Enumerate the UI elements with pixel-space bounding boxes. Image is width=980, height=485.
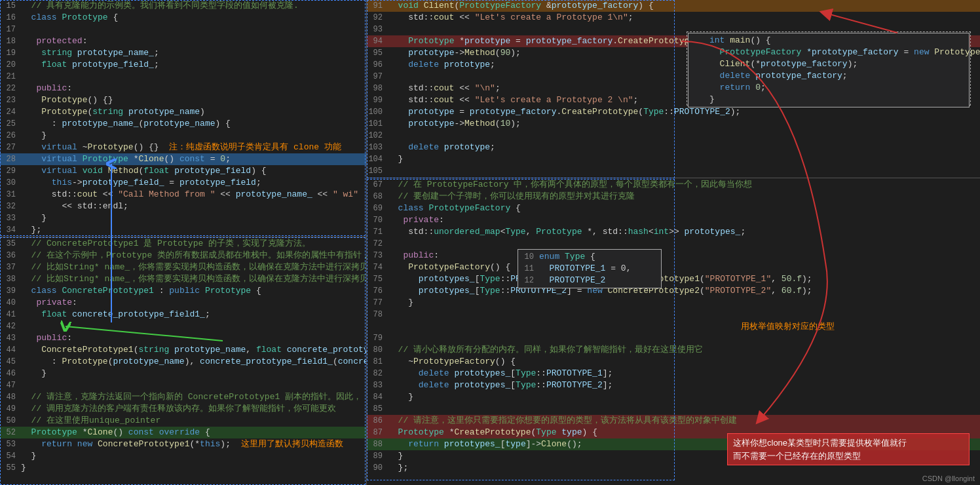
code-line-103: 103 delete prototype;	[367, 142, 980, 153]
code-line-104: 104 }	[367, 153, 980, 165]
code-line-43: 43 public:	[0, 332, 366, 344]
popup-line-1: int main() {	[688, 35, 969, 47]
popup-line-6: }	[688, 94, 969, 106]
main-container: 15 // 具有克隆能力的示例类。我们将看到不同类型字段的值如何被克隆. 16 …	[0, 0, 980, 485]
code-line-38: 38 // 比如String* name_，你将需要实现拷贝构造函数，以确保在克…	[0, 273, 366, 285]
code-line-79: 79	[367, 332, 980, 344]
code-line-34: 34 };	[0, 224, 366, 236]
code-line-31: 31 std::cout << "Call Method from " << p…	[0, 189, 366, 201]
code-line-33: 33 }	[0, 212, 366, 224]
code-line-35: 35 // ConcretePrototype1 是 Prototype 的子类…	[0, 238, 366, 250]
code-line-48: 48 // 请注意，克隆方法返回一个指向新的 ConcretePrototype…	[0, 391, 366, 403]
code-line-37: 37 // 比如String* name_，你将需要实现拷贝构造函数，以确保在克…	[0, 262, 366, 273]
code-line-16: 16 class Prototype {	[0, 12, 366, 24]
code-line-30: 30 this->prototype_field_ = prototype_fi…	[0, 177, 366, 189]
code-line-50: 50 // 在这里使用unique_pointer	[0, 415, 366, 427]
code-line-26: 26 }	[0, 130, 366, 142]
code-line-45: 45 : Prototype(prototype_name), concrete…	[0, 356, 366, 368]
code-line-72: 72	[367, 238, 980, 250]
code-line-23: 23 Prototype() {}	[0, 94, 366, 106]
code-line-83: 83 delete prototypes_[Type::PROTOTYPE_2]…	[367, 379, 980, 391]
code-line-18: 18 protected:	[0, 35, 366, 47]
code-line-36: 36 // 在这个示例中，Prototype 类的所有数据成员都在堆栈中。如果你…	[0, 250, 366, 262]
code-line-53: 53 return new ConcretePrototype1(*this);…	[0, 438, 366, 450]
code-line-42: 42	[0, 320, 366, 332]
code-line-81: 81 ~PrototypeFactory() {	[367, 356, 980, 368]
code-line-78: 78	[367, 309, 980, 320]
right-code-pane: 91 void Client(PrototypeFactory &prototy…	[367, 0, 980, 485]
code-line-39: 39 class ConcretePrototype1 : public Pro…	[0, 285, 366, 297]
code-line-101: 101 prototype->Method(10);	[367, 118, 980, 130]
code-line-44: 44 ConcretePrototype1(string prototype_n…	[0, 344, 366, 356]
code-line-67: 67 // 在 PrototypeFactory 中，你有两个具体的原型，每个原…	[367, 179, 980, 191]
code-line-69: 69 class PrototypeFactory {	[367, 203, 980, 214]
code-line-74: 74 PrototypeFactory() {	[367, 262, 980, 273]
code-line-86: 86 // 请注意，这里你只需要指定你想要的原型的类型，该方法将从具有该类型的对…	[367, 415, 980, 427]
code-line-27: 27 virtual ~Prototype() {} 注：纯虚函数说明子类肯定具…	[0, 142, 366, 153]
code-line-29: 29 virtual void Method(float prototype_f…	[0, 165, 366, 177]
code-line-105: 105	[367, 165, 980, 177]
code-line-28: 28 virtual Prototype *Clone() const = 0;	[0, 153, 366, 165]
code-line-77: 77 }	[367, 297, 980, 309]
code-line-84: 84 }	[367, 391, 980, 403]
code-line-82: 82 delete prototypes_[Type::PROTOTYPE_1]…	[367, 368, 980, 379]
code-line-22: 22 public:	[0, 83, 366, 94]
code-line-80: 80 // 请小心释放所有分配的内存。同样，如果你了解智能指针，最好在这里使用它	[367, 344, 980, 356]
code-line-55: 55 }	[0, 462, 366, 474]
code-line-70: 70 private:	[367, 214, 980, 226]
red-annotation-clone: 这样你想clone某类型时只需要提供枚举值就行而不需要一个已经存在的原型类型	[727, 433, 970, 465]
code-line-41: 41 float concrete_prototype_field1_;	[0, 309, 366, 320]
code-line-100: 100 prototype = prototype_factory.Create…	[367, 106, 980, 118]
csdn-watermark: CSDN @llongint	[922, 475, 975, 482]
left-code-pane: 15 // 具有克隆能力的示例类。我们将看到不同类型字段的值如何被克隆. 16 …	[0, 0, 367, 485]
code-line-20: 20 float prototype_field_;	[0, 59, 366, 71]
code-line-73: 73 public:	[367, 250, 980, 262]
code-line-47: 47	[0, 379, 366, 391]
left-code-area: 15 // 具有克隆能力的示例类。我们将看到不同类型字段的值如何被克隆. 16 …	[0, 0, 366, 485]
code-line-21: 21	[0, 71, 366, 83]
code-line-24: 24 Prototype(string prototype_name)	[0, 106, 366, 118]
code-line-46: 46 }	[0, 368, 366, 379]
code-line-19: 19 string prototype_name_;	[0, 47, 366, 59]
code-line-17: 17	[0, 24, 366, 35]
main-function-popup: int main() { PrototypeFactory *prototype…	[688, 33, 970, 107]
code-line-85: 85	[367, 403, 980, 415]
enum-line-1: 10 enum Type {	[518, 251, 661, 263]
code-line-92: 92 std::cout << "Let's create a Prototyp…	[367, 12, 980, 24]
enum-popup: 10 enum Type { 11 PROTOTYPE_1 = 0, 12 PR…	[518, 249, 662, 288]
enum-line-3: 12 PROTOTYPE_2	[518, 275, 661, 286]
code-line-76: 76 prototypes_[Type::PROTOTYPE_2] = new …	[367, 285, 980, 297]
code-line-68: 68 // 要创建一个子弹时，你可以使用现有的原型并对其进行克隆	[367, 191, 980, 203]
code-line-49: 49 // 调用克隆方法的客户端有责任释放该内存。如果你了解智能指针，你可能更欢	[0, 403, 366, 415]
code-line-25: 25 : prototype_name_(prototype_name) {	[0, 118, 366, 130]
code-line-32: 32 << std::endl;	[0, 201, 366, 212]
code-line-54: 54 }	[0, 450, 366, 462]
code-line-40: 40 private:	[0, 297, 366, 309]
enum-annotation: 用枚举值映射对应的类型	[367, 320, 980, 332]
code-line-71: 71 std::unordered_map<Type, Prototype *,…	[367, 226, 980, 238]
code-line-15: 15 // 具有克隆能力的示例类。我们将看到不同类型字段的值如何被克隆.	[0, 0, 366, 12]
code-line-75: 75 prototypes_[Type::PROTOTYPE_1] = new …	[367, 273, 980, 285]
popup-line-3: Client(*prototype_factory);	[688, 58, 969, 70]
popup-line-4: delete prototype_factory;	[688, 70, 969, 82]
code-line-102: 102	[367, 130, 980, 142]
popup-line-2: PrototypeFactory *prototype_factory = ne…	[688, 47, 969, 58]
popup-line-5: return 0;	[688, 82, 969, 94]
code-line-52: 52 Prototype *Clone() const override {	[0, 427, 366, 438]
code-line-91: 91 void Client(PrototypeFactory &prototy…	[367, 0, 980, 12]
enum-line-2: 11 PROTOTYPE_1 = 0,	[518, 263, 661, 275]
